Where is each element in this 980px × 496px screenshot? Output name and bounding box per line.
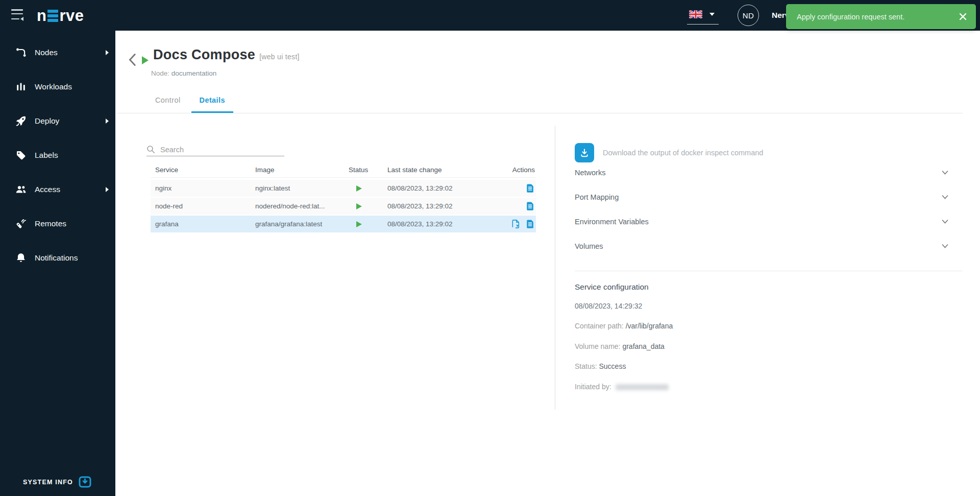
service-name: node-red (151, 202, 255, 210)
chevron-down-icon (942, 195, 948, 199)
config-status-value: Success (599, 362, 626, 370)
logs-document-icon[interactable] (525, 183, 535, 193)
docker-inspect-download: Download the output of docker inspect co… (575, 143, 763, 162)
tab-bar: Control Details (147, 96, 233, 113)
search-box (146, 143, 284, 156)
sidebar-item-label: Workloads (35, 82, 72, 91)
chevron-down-icon (942, 171, 948, 175)
bell-icon (15, 252, 27, 264)
nerve-logo: n rve (37, 7, 84, 25)
tab-details[interactable]: Details (191, 96, 233, 113)
node-subtitle: Node: documentation (151, 69, 216, 77)
chevron-down-icon (942, 244, 948, 248)
logs-document-icon[interactable] (525, 219, 535, 229)
sidebar-item-label: Deploy (35, 116, 59, 126)
services-table: Service Image Status Last state change A… (151, 162, 536, 233)
sidebar-item-labels[interactable]: Labels (0, 138, 115, 172)
user-avatar[interactable]: ND (738, 5, 759, 26)
workload-name: Docs Compose (153, 47, 255, 62)
download-box-icon (79, 476, 91, 488)
table-header: Service Image Status Last state change A… (151, 162, 536, 178)
submenu-arrow-icon (106, 50, 109, 55)
search-input[interactable] (160, 146, 284, 154)
sidebar-item-label: Labels (35, 151, 58, 160)
accordion-port-mapping[interactable]: Port Mapping (575, 185, 948, 209)
workload-status-play-icon (142, 56, 149, 64)
col-service: Service (151, 166, 255, 174)
page-title: Docs Compose[web ui test] (153, 47, 300, 63)
download-label: Download the output of docker inspect co… (603, 149, 763, 157)
system-info-label: SYSTEM INFO (23, 479, 73, 486)
compose-file-icon[interactable] (511, 219, 521, 229)
panel-divider (555, 126, 555, 410)
people-icon (15, 184, 27, 195)
section-divider (575, 271, 963, 271)
service-image: grafana/grafana:latest (255, 220, 349, 228)
accordion-environment-variables[interactable]: Environment Variables (575, 209, 948, 234)
container-path-value: /var/lib/grafana (626, 322, 673, 330)
sidebar: Nodes Workloads Deploy Labels (0, 31, 115, 496)
logo-e-bars (47, 10, 58, 22)
last-state-change: 08/08/2023, 13:29:02 (387, 220, 503, 228)
sidebar-item-access[interactable]: Access (0, 172, 115, 206)
uk-flag-icon (689, 10, 702, 18)
container-path-label: Container path: (575, 322, 624, 330)
details-panel: Download the output of docker inspect co… (575, 137, 963, 423)
accordion-label: Port Mapping (575, 193, 619, 201)
service-name: nginx (151, 184, 255, 192)
col-last-state-change: Last state change (387, 166, 503, 174)
sidebar-item-label: Notifications (35, 253, 78, 263)
download-button[interactable] (575, 143, 594, 162)
toast-message: Apply configuration request sent. (786, 13, 904, 21)
system-info-button[interactable]: SYSTEM INFO (23, 476, 91, 488)
configuration-timestamp: 08/08/2023, 14:29:32 (575, 302, 642, 310)
col-actions: Actions (503, 166, 536, 174)
sidebar-item-label: Nodes (35, 48, 58, 57)
accordion-volumes[interactable]: Volumes (575, 234, 948, 258)
close-icon[interactable] (958, 11, 968, 21)
table-row-grafana[interactable]: grafana grafana/grafana:latest 08/08/202… (151, 216, 536, 232)
service-image: nginx:latest (255, 184, 349, 192)
logs-document-icon[interactable] (525, 201, 535, 211)
tab-divider (117, 113, 963, 113)
col-image: Image (255, 166, 349, 174)
menu-toggle-icon[interactable] (11, 9, 24, 21)
language-selector[interactable] (687, 7, 719, 25)
status-started-icon (356, 221, 362, 227)
remote-icon (15, 218, 27, 229)
service-image: nodered/node-red:lat... (255, 202, 349, 210)
volume-name-label: Volume name: (575, 342, 621, 350)
table-row-node-red[interactable]: node-red nodered/node-red:lat... 08/08/2… (151, 198, 536, 215)
status-started-icon (356, 203, 362, 209)
toast-notification: Apply configuration request sent. (786, 4, 976, 29)
last-state-change: 08/08/2023, 13:29:02 (387, 184, 503, 192)
back-chevron-icon[interactable] (127, 53, 138, 66)
sidebar-item-nodes[interactable]: Nodes (0, 35, 115, 69)
sidebar-item-notifications[interactable]: Notifications (0, 241, 115, 275)
sidebar-item-workloads[interactable]: Workloads (0, 69, 115, 104)
chevron-down-icon (942, 220, 948, 224)
download-icon (579, 148, 590, 158)
sidebar-item-remotes[interactable]: Remotes (0, 206, 115, 241)
tag-icon (15, 150, 27, 161)
logo-text-left: n (37, 7, 46, 25)
config-status-line: Status: Success (575, 362, 626, 370)
sidebar-item-label: Remotes (35, 219, 66, 228)
submenu-arrow-icon (106, 187, 109, 192)
accordion-networks[interactable]: Networks (575, 160, 948, 185)
rocket-icon (15, 115, 27, 127)
sidebar-item-deploy[interactable]: Deploy (0, 104, 115, 138)
submenu-arrow-icon (106, 119, 109, 124)
workload-version-tag: [web ui test] (259, 53, 300, 61)
search-icon (146, 145, 155, 154)
config-status-label: Status: (575, 362, 597, 370)
logo-text-right: rve (59, 7, 84, 25)
col-status: Status (349, 166, 387, 174)
redacted-email (616, 384, 669, 390)
tab-control[interactable]: Control (147, 96, 189, 113)
nodes-icon (15, 47, 27, 58)
volume-name-line: Volume name: grafana_data (575, 342, 665, 350)
volume-name-value: grafana_data (622, 342, 665, 350)
table-row-nginx[interactable]: nginx nginx:latest 08/08/2023, 13:29:02 (151, 180, 536, 197)
node-value: documentation (172, 69, 217, 77)
